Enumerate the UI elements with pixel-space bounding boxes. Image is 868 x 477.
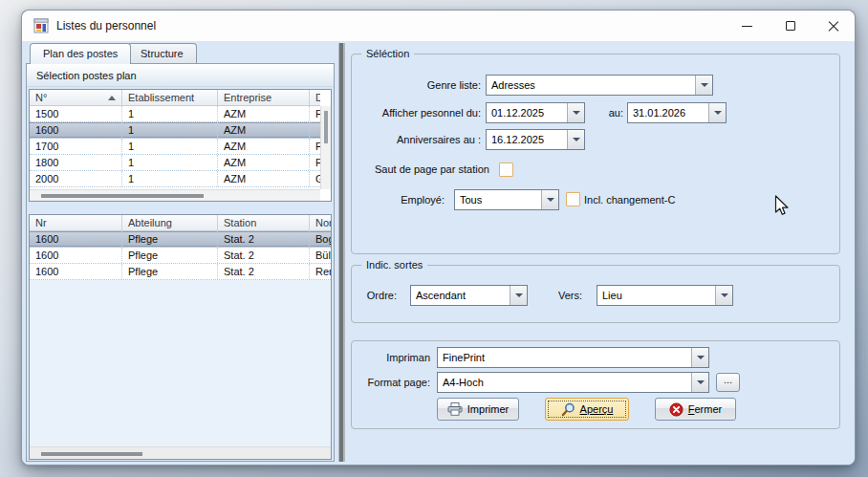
imprimer-button[interactable]: Imprimer: [437, 398, 519, 421]
column-header-nom[interactable]: Nom: [310, 215, 331, 230]
au-label: au:: [585, 102, 623, 123]
maximize-button[interactable]: [769, 11, 812, 41]
close-button[interactable]: [812, 11, 855, 41]
sort-ascending-icon: [108, 96, 116, 100]
chevron-down-icon[interactable]: [695, 76, 712, 95]
format-label: Format page:: [352, 372, 430, 393]
table-row-selected[interactable]: 1600 Pflege Stat. 2 Bogr: [30, 231, 331, 248]
anniversary-datepicker[interactable]: 16.12.2025: [486, 129, 585, 150]
close-circle-icon: [669, 402, 684, 417]
column-header-station[interactable]: Station: [218, 215, 310, 230]
table-row[interactable]: 1800 1 AZM F: [30, 155, 320, 171]
window-controls: [726, 11, 855, 41]
selection-group: Séléction Genre liste: Adresses Afficher…: [351, 54, 840, 254]
employee-combobox[interactable]: Tous: [454, 189, 559, 210]
detail-table: Nr Abteilung Station Nom 1600 Pflege Sta…: [29, 214, 332, 460]
anniversary-label: Anniversaires au :: [352, 129, 481, 150]
plan-des-postes-tabpage: Sélection postes plan N° Etablissement E…: [26, 63, 335, 462]
vers-label: Vers:: [538, 285, 582, 306]
genre-liste-label: Genre liste:: [352, 75, 481, 96]
horizontal-scrollbar[interactable]: [30, 446, 331, 459]
form-icon: [33, 18, 49, 33]
vers-combobox[interactable]: Lieu: [597, 285, 733, 306]
chevron-down-icon[interactable]: [567, 103, 584, 122]
chevron-down-icon[interactable]: [715, 286, 732, 305]
minimize-button[interactable]: [726, 11, 769, 41]
column-header-etablissement[interactable]: Etablissement: [122, 90, 218, 105]
column-header-d[interactable]: D: [310, 90, 320, 105]
genre-liste-combobox[interactable]: Adresses: [486, 75, 713, 96]
table-row[interactable]: 1700 1 AZM F: [30, 139, 320, 155]
page-break-label: Saut de page par station: [375, 159, 489, 180]
chevron-down-icon[interactable]: [567, 130, 584, 149]
chevron-down-icon[interactable]: [691, 348, 708, 367]
print-group: Impriman FinePrint Format page: A4-Hoch …: [351, 340, 840, 429]
maximize-icon: [786, 21, 795, 31]
period-label: Afficher pesonnel du:: [352, 102, 481, 123]
page-break-checkbox[interactable]: [499, 163, 513, 177]
incl-change-checkbox[interactable]: [566, 192, 580, 206]
tab-structure[interactable]: Structure: [127, 43, 197, 63]
fermer-button[interactable]: Fermer: [655, 398, 736, 421]
printer-icon: [447, 402, 463, 416]
browse-button[interactable]: ...: [716, 373, 740, 392]
period-to-datepicker[interactable]: 31.01.2026: [627, 102, 727, 123]
column-header-nr[interactable]: Nr: [30, 215, 122, 230]
incl-change-label: Incl. changement-C: [584, 189, 675, 210]
section-header-label: Sélection postes plan: [27, 64, 334, 87]
format-combobox[interactable]: A4-Hoch: [437, 372, 709, 393]
ordre-combobox[interactable]: Ascendant: [410, 285, 528, 306]
dialog-window: Listes du personnel Plan des postes Stru…: [21, 10, 856, 466]
mouse-cursor: [774, 195, 791, 217]
apercu-button[interactable]: Aperçu: [545, 398, 629, 421]
table-row-selected[interactable]: 1600 1 AZM: [30, 122, 320, 139]
column-header-n[interactable]: N°: [30, 90, 122, 105]
chevron-down-icon[interactable]: [541, 190, 558, 209]
close-icon: [828, 20, 839, 32]
desktop-background: Listes du personnel Plan des postes Stru…: [0, 0, 868, 477]
chevron-down-icon[interactable]: [691, 373, 708, 392]
column-header-entreprise[interactable]: Entreprise: [218, 90, 310, 105]
plan-table-header: N° Etablissement Entreprise D: [30, 90, 320, 106]
printer-combobox[interactable]: FinePrint: [437, 347, 709, 368]
table-row[interactable]: 1500 1 AZM F: [30, 106, 320, 122]
column-header-abteilung[interactable]: Abteilung: [122, 215, 218, 230]
table-row[interactable]: 1600 Pflege Stat. 2 Reng: [30, 264, 331, 280]
tab-plan-des-postes[interactable]: Plan des postes: [30, 43, 131, 64]
chevron-down-icon[interactable]: [510, 286, 527, 305]
scrollbar-thumb[interactable]: [41, 452, 142, 456]
magnifier-icon: [561, 402, 575, 417]
sort-group-title: Indic. sortes: [361, 258, 427, 272]
dialog-body: Plan des postes Structure Sélection post…: [22, 41, 855, 465]
employee-label: Employé:: [352, 189, 445, 210]
period-from-datepicker[interactable]: 01.12.2025: [486, 102, 585, 123]
table-row[interactable]: 2000 1 AZM G: [30, 171, 320, 187]
window-title: Listes du personnel: [56, 19, 156, 33]
titlebar: Listes du personnel: [22, 11, 855, 41]
scrollbar-thumb[interactable]: [324, 111, 328, 143]
chevron-down-icon[interactable]: [708, 103, 726, 122]
splitter[interactable]: [338, 43, 345, 462]
minimize-icon: [742, 26, 752, 27]
printer-label: Impriman: [352, 347, 430, 368]
detail-table-header: Nr Abteilung Station Nom: [30, 215, 331, 231]
horizontal-scrollbar[interactable]: [30, 189, 320, 201]
selection-group-title: Séléction: [361, 47, 414, 61]
vertical-scrollbar[interactable]: [320, 106, 331, 189]
scrollbar-thumb[interactable]: [41, 194, 204, 198]
ordre-label: Ordre:: [352, 285, 397, 306]
plan-table: N° Etablissement Entreprise D 1500 1 AZM…: [29, 89, 332, 202]
sort-group: Indic. sortes Ordre: Ascendant Vers: Lie…: [351, 265, 840, 323]
table-row[interactable]: 1600 Pflege Stat. 2 Büler: [30, 248, 331, 264]
